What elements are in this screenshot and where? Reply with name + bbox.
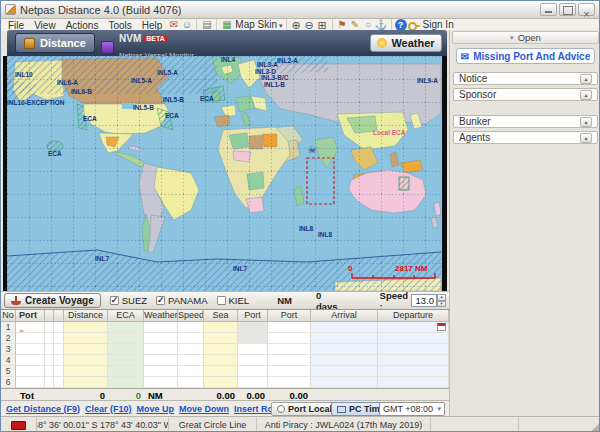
checkbox-panama[interactable] [156, 296, 165, 305]
table-cell[interactable] [54, 377, 64, 388]
table-cell[interactable] [268, 366, 311, 377]
weather-button[interactable]: Weather [370, 34, 442, 52]
table-cell[interactable] [54, 322, 64, 333]
table-cell[interactable] [311, 366, 378, 377]
world-map[interactable]: INL10INL10-EXCEPTIONINL6-AINL6-BINL5-AIN… [3, 56, 447, 291]
table-cell[interactable] [378, 344, 449, 355]
table-cell[interactable] [311, 322, 378, 333]
table-cell[interactable] [16, 355, 45, 366]
table-cell[interactable] [204, 322, 238, 333]
table-cell[interactable] [108, 322, 144, 333]
table-cell[interactable] [178, 366, 204, 377]
table-cell[interactable] [54, 344, 64, 355]
table-cell[interactable] [64, 377, 108, 388]
table-cell[interactable] [238, 366, 268, 377]
section-sponsor[interactable]: Sponsor▴ [453, 88, 598, 101]
table-cell[interactable] [45, 333, 54, 344]
close-button[interactable] [578, 3, 595, 16]
collapse-up-icon[interactable]: ▴ [580, 90, 592, 100]
table-cell[interactable] [108, 355, 144, 366]
timezone-dropdown[interactable]: GMT +08:00 ▾ [379, 402, 445, 416]
table-cell[interactable] [144, 355, 178, 366]
table-cell[interactable] [16, 344, 45, 355]
link-move-up[interactable]: Move Up [137, 404, 175, 414]
menu-tools[interactable]: Tools [103, 20, 136, 31]
maximize-button[interactable] [559, 3, 576, 16]
table-cell[interactable] [268, 377, 311, 388]
table-cell[interactable] [204, 333, 238, 344]
table-cell[interactable] [204, 355, 238, 366]
checkbox-suez[interactable] [110, 296, 119, 305]
table-cell[interactable] [311, 355, 378, 366]
table-cell[interactable] [108, 366, 144, 377]
table-cell[interactable] [311, 344, 378, 355]
table-cell[interactable] [178, 333, 204, 344]
menu-view[interactable]: View [29, 20, 61, 31]
table-cell[interactable] [64, 366, 108, 377]
table-cell[interactable] [64, 322, 108, 333]
tab-distance[interactable]: Distance [15, 33, 95, 53]
table-cell[interactable] [268, 322, 311, 333]
menu-help[interactable]: Help [137, 20, 168, 31]
table-cell[interactable] [378, 377, 449, 388]
table-cell[interactable] [45, 344, 54, 355]
section-agents[interactable]: Agents▴ [453, 131, 598, 144]
table-cell[interactable] [178, 355, 204, 366]
speed-stepper[interactable]: 13.0 ▲ ▼ [411, 294, 446, 307]
table-cell[interactable] [238, 344, 268, 355]
table-cell[interactable] [45, 355, 54, 366]
map-skin-label[interactable]: Map Skin [235, 19, 277, 30]
table-cell[interactable] [54, 355, 64, 366]
menu-file[interactable]: File [3, 20, 29, 31]
collapse-up-icon[interactable]: ▴ [580, 133, 592, 143]
table-cell[interactable] [178, 344, 204, 355]
canal-kiel[interactable]: KIEL [217, 295, 250, 306]
table-cell[interactable] [238, 333, 268, 344]
table-cell[interactable] [268, 344, 311, 355]
open-header[interactable]: ▾ Open [452, 31, 599, 44]
table-cell[interactable] [178, 377, 204, 388]
minimize-button[interactable] [540, 3, 557, 16]
table-cell[interactable] [54, 366, 64, 377]
collapse-up-icon[interactable]: ▴ [580, 117, 592, 127]
table-cell[interactable] [64, 355, 108, 366]
table-cell[interactable] [378, 355, 449, 366]
table-cell[interactable] [108, 344, 144, 355]
table-cell[interactable] [54, 333, 64, 344]
table-cell[interactable] [144, 333, 178, 344]
table-cell[interactable]: ✎ [16, 322, 45, 333]
table-cell[interactable] [45, 322, 54, 333]
table-cell[interactable] [378, 333, 449, 344]
link-get-distance-f9-[interactable]: Get Distance (F9) [6, 404, 80, 414]
table-cell[interactable] [204, 344, 238, 355]
chevron-down-icon[interactable]: ▾ [279, 22, 283, 29]
table-cell[interactable] [204, 366, 238, 377]
port-local-toggle[interactable]: Port Local [271, 402, 338, 416]
resize-grip[interactable] [590, 423, 599, 432]
canal-suez[interactable]: SUEZ [110, 295, 147, 306]
table-cell[interactable] [268, 355, 311, 366]
table-cell[interactable] [204, 377, 238, 388]
table-cell[interactable] [108, 333, 144, 344]
table-cell[interactable] [45, 377, 54, 388]
table-cell[interactable] [108, 377, 144, 388]
section-notice[interactable]: Notice▴ [453, 72, 598, 85]
table-cell[interactable] [64, 333, 108, 344]
speed-input[interactable]: 13.0 [411, 294, 437, 307]
speed-down-icon[interactable]: ▼ [437, 301, 446, 308]
table-cell[interactable] [16, 366, 45, 377]
table-cell[interactable] [178, 322, 204, 333]
table-cell[interactable] [16, 333, 45, 344]
table-cell[interactable] [238, 355, 268, 366]
table-cell[interactable] [64, 344, 108, 355]
checkbox-kiel[interactable] [217, 296, 226, 305]
table-cell[interactable] [144, 344, 178, 355]
calendar-icon[interactable] [437, 323, 446, 331]
link-clear-f10-[interactable]: Clear (F10) [85, 404, 132, 414]
section-bunker[interactable]: Bunker▴ [453, 115, 598, 128]
table-cell[interactable] [311, 333, 378, 344]
sign-in-label[interactable]: Sign In [423, 19, 454, 30]
table-cell[interactable] [144, 366, 178, 377]
table-cell[interactable] [378, 366, 449, 377]
table-cell[interactable] [16, 377, 45, 388]
